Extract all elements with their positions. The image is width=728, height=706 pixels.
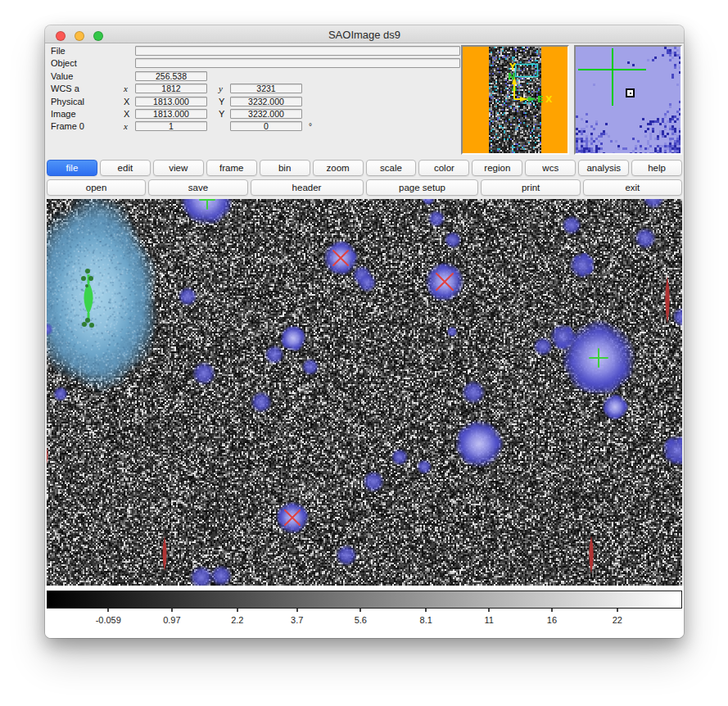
physical-y-label: Y	[219, 97, 230, 106]
wcs-x-field[interactable]: 1812	[135, 84, 207, 93]
colorbar-tick-mark	[171, 609, 173, 612]
menu-zoom[interactable]: zoom	[313, 160, 364, 176]
object-label: Object	[51, 58, 124, 68]
button-exit[interactable]: exit	[583, 179, 682, 196]
physical-x-field[interactable]: 1813.000	[135, 97, 207, 106]
colorbar-tick-label: 11	[484, 615, 493, 625]
colorbar-section: -0.0590.972.23.75.68.1111622	[45, 586, 684, 638]
image-viewport[interactable]	[47, 199, 682, 586]
panner-canvas[interactable]	[463, 47, 567, 153]
colorbar-tick-mark	[617, 609, 618, 612]
menu-bin[interactable]: bin	[260, 160, 310, 176]
colorbar-tick-label: 16	[547, 615, 557, 625]
colorbar-labels: -0.0590.972.23.75.68.1111622	[47, 586, 682, 638]
wcs-y-field[interactable]: 3231	[230, 84, 302, 93]
titlebar[interactable]: SAOImage ds9	[45, 25, 684, 43]
panner[interactable]	[461, 45, 569, 155]
menu-scale[interactable]: scale	[366, 160, 417, 176]
button-header[interactable]: header	[251, 179, 364, 196]
file-field[interactable]	[135, 46, 460, 56]
info-row-image: Image X 1813.000 Y 3232.000	[51, 109, 464, 119]
button-print[interactable]: print	[481, 179, 580, 196]
frame-label: Frame 0	[51, 121, 124, 131]
menu-row-1: file edit view frame bin zoom scale colo…	[47, 160, 682, 176]
colorbar-tick-mark	[359, 609, 361, 612]
image-x-field[interactable]: 1813.000	[135, 109, 207, 119]
info-row-frame: Frame 0 x 1 0 °	[51, 121, 464, 131]
desktop: { "window": { "title": "SAOImage ds9" },…	[0, 0, 728, 706]
info-row-object: Object	[51, 58, 464, 68]
physical-label: Physical	[51, 97, 124, 106]
magnifier[interactable]	[574, 45, 682, 155]
wcs-label: WCS a	[51, 84, 124, 93]
menu-edit[interactable]: edit	[100, 160, 151, 176]
image-label: Image	[51, 109, 124, 119]
frame-rotate-field[interactable]: 0	[230, 121, 302, 131]
menu-wcs[interactable]: wcs	[525, 160, 576, 176]
image-y-field[interactable]: 3232.000	[230, 109, 302, 119]
colorbar-tick-mark	[296, 609, 298, 612]
degree-suffix: °	[309, 122, 312, 131]
ds9-window: SAOImage ds9 File Object Value 256.538 W…	[45, 25, 684, 638]
magnifier-canvas[interactable]	[576, 47, 681, 153]
menu-analysis[interactable]: analysis	[578, 160, 629, 176]
image-y-label: Y	[219, 109, 230, 119]
wcs-y-label: y	[219, 84, 230, 93]
menu-row-2: open save header page setup print exit	[47, 179, 682, 196]
file-label: File	[51, 46, 124, 56]
colorbar-tick-label: -0.059	[96, 615, 121, 625]
wcs-x-label: x	[124, 84, 135, 93]
colorbar-tick-label: 0.97	[163, 615, 180, 625]
menu-region[interactable]: region	[472, 160, 522, 176]
window-title: SAOImage ds9	[45, 29, 684, 41]
colorbar-tick-label: 8.1	[420, 615, 432, 625]
menu-view[interactable]: view	[153, 160, 204, 176]
menu-help[interactable]: help	[631, 160, 682, 176]
colorbar-tick-mark	[425, 609, 427, 612]
info-row-file: File	[51, 46, 464, 56]
value-label: Value	[51, 71, 124, 81]
colorbar-tick-mark	[488, 609, 490, 612]
colorbar-tick-label: 3.7	[291, 615, 303, 625]
physical-y-field[interactable]: 3232.000	[230, 97, 302, 106]
menu-file[interactable]: file	[47, 160, 97, 176]
colorbar-tick-label: 22	[613, 615, 622, 625]
info-row-physical: Physical X 1813.000 Y 3232.000	[51, 97, 464, 106]
info-panel: File Object Value 256.538 WCS a x 1812 y…	[51, 46, 464, 134]
button-save[interactable]: save	[148, 179, 247, 196]
button-open[interactable]: open	[47, 179, 146, 196]
menu-frame[interactable]: frame	[206, 160, 257, 176]
physical-x-label: X	[124, 97, 135, 106]
button-page-setup[interactable]: page setup	[366, 179, 479, 196]
object-field[interactable]	[135, 58, 460, 68]
colorbar-tick-label: 5.6	[355, 615, 367, 625]
info-row-value: Value 256.538	[51, 71, 464, 81]
info-row-wcs: WCS a x 1812 y 3231	[51, 84, 464, 93]
colorbar-tick-mark	[107, 609, 109, 612]
image-x-label: X	[124, 109, 135, 119]
colorbar-tick-label: 2.2	[231, 615, 243, 625]
frame-x-label: x	[124, 121, 135, 131]
colorbar-tick-mark	[551, 609, 553, 612]
value-field[interactable]: 256.538	[135, 71, 207, 81]
frame-zoom-field[interactable]: 1	[135, 121, 207, 131]
colorbar-tick-mark	[237, 609, 238, 612]
menu-color[interactable]: color	[418, 160, 469, 176]
